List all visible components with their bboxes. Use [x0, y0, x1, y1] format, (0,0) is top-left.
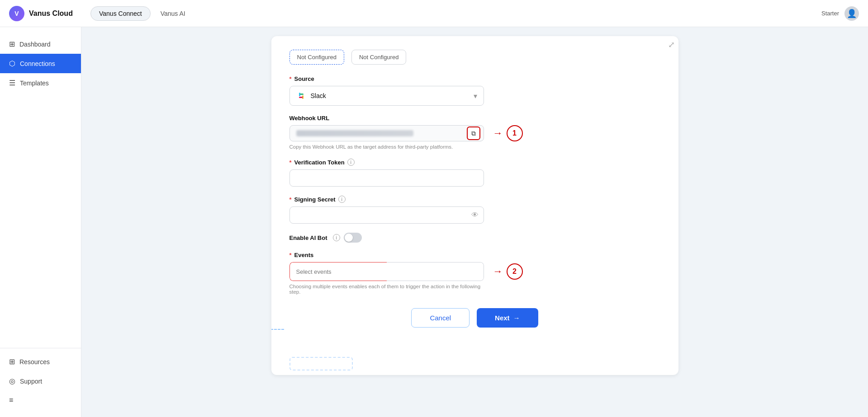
card-scroll-area: Not Configured Not Configured * Source [271, 36, 678, 375]
sidebar-item-menu[interactable]: ≡ [0, 391, 81, 410]
signing-secret-input[interactable] [289, 206, 484, 224]
verification-section: * Verification Token i [289, 159, 660, 187]
webhook-hint: Copy this Webhook URL as the target addr… [289, 144, 660, 150]
connections-icon: ⬡ [9, 59, 15, 68]
events-hint: Choosing multiple events enables each of… [289, 284, 484, 295]
sidebar-item-resources[interactable]: ⊞ Resources [0, 352, 81, 371]
support-icon: ◎ [9, 377, 15, 385]
sidebar-item-label-dashboard: Dashboard [19, 41, 51, 48]
webhook-url-blur [296, 130, 413, 136]
source-select[interactable]: Slack ▾ [289, 86, 484, 106]
main-content: ⤢ Not Configured Not Configured * Source [81, 27, 868, 417]
eye-icon[interactable]: 👁 [471, 211, 479, 219]
dashboard-icon: ⊞ [9, 40, 15, 48]
sidebar-item-label-support: Support [20, 378, 42, 385]
chevron-down-icon: ▾ [474, 92, 477, 100]
webhook-label: Webhook URL [289, 115, 660, 122]
annotation-1: → 1 [493, 125, 523, 141]
signing-info-icon[interactable]: i [338, 196, 346, 203]
connection-form-card: ⤢ Not Configured Not Configured * Source [271, 36, 678, 375]
signing-label: * Signing Secret i [289, 196, 660, 203]
logo-area: V Vanus Cloud [9, 6, 81, 21]
top-navigation: V Vanus Cloud Vanus Connect Vanus AI Sta… [0, 0, 868, 27]
signing-section: * Signing Secret i 👁 [289, 196, 660, 224]
step-badge-1[interactable]: Not Configured [289, 50, 344, 65]
collapse-icon: ⤢ [668, 40, 675, 50]
deco-line-bottom [289, 357, 353, 370]
verification-token-input[interactable] [289, 169, 484, 187]
sidebar-item-templates[interactable]: ☰ Templates [0, 73, 81, 93]
templates-icon: ☰ [9, 79, 15, 87]
events-input[interactable] [289, 262, 387, 281]
annotation-2: → 2 [493, 263, 523, 280]
arrow-right-icon-2: → [493, 266, 503, 277]
nav-tabs: Vanus Connect Vanus AI [90, 6, 194, 21]
sidebar-item-label-connections: Connections [20, 60, 55, 67]
events-label: * Events [289, 252, 660, 258]
deco-line-left [271, 329, 284, 330]
step-circle-1: 1 [507, 125, 523, 141]
resources-icon: ⊞ [9, 357, 15, 366]
verification-info-icon[interactable]: i [347, 159, 355, 166]
sidebar-item-dashboard[interactable]: ⊞ Dashboard [0, 34, 81, 54]
ai-bot-info-icon[interactable]: i [333, 234, 340, 241]
sidebar-item-label-resources: Resources [19, 358, 50, 365]
next-button[interactable]: Next → [477, 308, 538, 328]
ai-bot-section: Enable AI Bot i [289, 233, 660, 243]
ai-bot-toggle[interactable] [344, 233, 362, 243]
tab-vanus-ai[interactable]: Vanus AI [152, 6, 194, 21]
source-section: * Source [289, 75, 660, 106]
slack-icon [296, 91, 306, 101]
verification-label: * Verification Token i [289, 159, 660, 166]
plan-badge: Starter [821, 10, 839, 17]
sidebar-bottom: ⊞ Resources ◎ Support ≡ [0, 348, 81, 410]
sidebar: ⊞ Dashboard ⬡ Connections ☰ Templates ⊞ … [0, 27, 81, 417]
signing-secret-wrap: 👁 [289, 206, 484, 224]
source-label: * Source [289, 75, 660, 82]
next-arrow-icon: → [513, 314, 520, 322]
copy-webhook-button[interactable]: ⧉ [467, 127, 480, 140]
sidebar-item-support[interactable]: ◎ Support [0, 371, 81, 391]
toggle-knob [345, 234, 353, 242]
tab-vanus-connect[interactable]: Vanus Connect [90, 6, 151, 21]
source-name: Slack [311, 92, 326, 99]
logo-icon: V [9, 6, 24, 21]
events-section: * Events → 2 Choosing multiple even [289, 252, 660, 295]
cancel-button[interactable]: Cancel [411, 308, 470, 328]
step-badge-2[interactable]: Not Configured [351, 50, 406, 65]
step-circle-2: 2 [507, 263, 523, 280]
arrow-right-icon-1: → [493, 127, 503, 139]
form-footer: Cancel Next → [289, 308, 660, 337]
sidebar-item-label-templates: Templates [20, 80, 49, 87]
svg-rect-0 [296, 91, 306, 101]
user-avatar[interactable]: 👤 [844, 6, 859, 21]
ai-bot-label: Enable AI Bot i [289, 234, 340, 241]
sidebar-item-connections[interactable]: ⬡ Connections [0, 54, 81, 73]
menu-icon: ≡ [9, 396, 13, 404]
step-badges: Not Configured Not Configured [289, 50, 660, 65]
app-name: Vanus Cloud [29, 9, 73, 18]
webhook-section: Webhook URL ⧉ → 1 [289, 115, 660, 150]
main-layout: ⊞ Dashboard ⬡ Connections ☰ Templates ⊞ … [0, 27, 868, 417]
copy-icon: ⧉ [471, 130, 476, 137]
ai-bot-toggle-row: Enable AI Bot i [289, 233, 660, 243]
nav-right: Starter 👤 [821, 6, 859, 21]
events-rest [387, 262, 484, 281]
next-label: Next [495, 314, 510, 322]
